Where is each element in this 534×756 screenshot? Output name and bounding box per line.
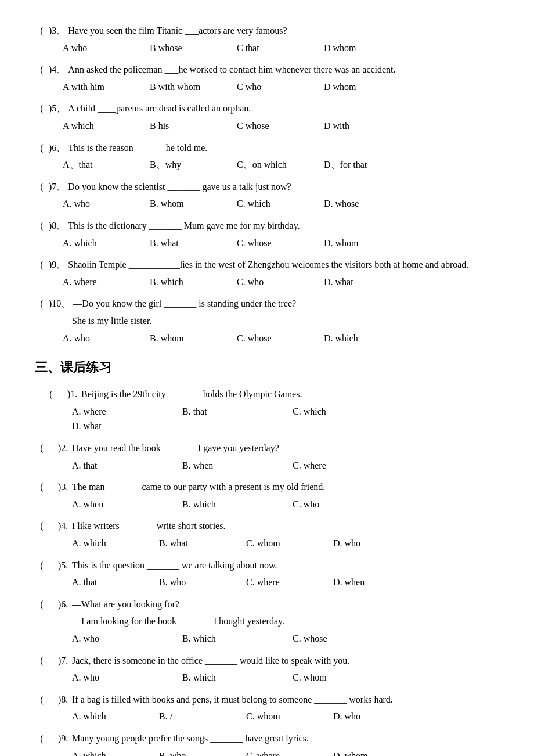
options-line: A. which B. / C. whom D. who [72, 709, 499, 724]
options-line: A. who B. which C. whose [72, 631, 499, 646]
option-c: C、on which [237, 157, 318, 172]
q-num: )8. [49, 692, 70, 707]
option-d: D. which [324, 331, 405, 346]
paren: ( [35, 179, 49, 195]
option-b: B. what [150, 236, 231, 251]
option-b: B. which [182, 670, 287, 685]
q-text: The man _______ came to our party with a… [72, 480, 499, 495]
option-d: D whom [324, 80, 405, 95]
options-line: A. who B. whom C. whose D. which [63, 331, 499, 346]
paren: ( [35, 519, 49, 534]
option-d: D. what [72, 419, 176, 434]
q-num: )5、 [49, 101, 66, 116]
option-d: D. who [333, 709, 414, 724]
question-line: ( )10、 —Do you know the girl _______ is … [35, 296, 499, 311]
question-line: ( )3、 Have you seen the film Titanic ___… [35, 23, 499, 38]
question-block: ( )3. The man _______ came to our party … [35, 480, 499, 512]
paren: ( [35, 441, 49, 456]
dialog-line: —I am looking for the book _______ I bou… [72, 614, 499, 629]
q-num: )4. [49, 519, 70, 534]
option-d: D. what [324, 275, 405, 290]
q-num: )2. [49, 441, 70, 456]
option-b: B、why [150, 157, 231, 172]
option-c: C. who [237, 275, 318, 290]
question-block: ( )10、 —Do you know the girl _______ is … [35, 296, 499, 345]
question-block: ( )8. If a bag is filled with books and … [35, 692, 499, 724]
question-block: ( )1. Beijing is the 29th city _______ h… [35, 387, 499, 434]
option-c: C. where [246, 748, 327, 756]
paren: ( [35, 218, 49, 233]
option-a: A、that [63, 157, 144, 172]
q-text: Have you seen the film Titanic ___actors… [68, 23, 499, 38]
option-c: C. whose [237, 236, 318, 251]
q-num: )7. [49, 653, 70, 668]
paren: ( [44, 387, 58, 402]
q-num: )6、 [49, 141, 66, 156]
option-c: C. whom [293, 670, 397, 685]
option-a: A. who [72, 670, 176, 685]
option-c: C. whom [246, 709, 327, 724]
q-num: )9、 [49, 257, 66, 272]
paren: ( [35, 257, 49, 272]
option-a: A who [63, 41, 144, 56]
option-b: B. / [159, 709, 240, 724]
question-line: ( )7. Jack, there is someone in the offi… [35, 653, 499, 668]
options-line: A. when B. which C. who [72, 497, 499, 512]
option-d: D whom [324, 41, 405, 56]
options-line: A、that B、why C、on which D、for that [63, 157, 499, 172]
question-block: ( )7、 Do you know the scientist _______ … [35, 179, 499, 211]
q-text: Beijing is the 29th city _______ holds t… [81, 387, 499, 402]
q-text: I like writers _______ write short stori… [72, 519, 499, 534]
q-num: )10、 [49, 296, 70, 311]
question-line: ( )4、 Ann asked the policeman ___he work… [35, 62, 499, 77]
q-num: )1. [58, 387, 79, 402]
question-block: ( )9、 Shaolin Temple ___________lies in … [35, 257, 499, 289]
question-line: ( )6. —What are you looking for? [35, 597, 499, 612]
option-d: D、for that [324, 157, 405, 172]
options-line: A. which B. what C. whose D. whom [63, 236, 499, 251]
option-b: B. when [182, 458, 287, 473]
option-a: A. that [72, 575, 153, 590]
option-d: D with [324, 118, 405, 134]
option-b: B. what [159, 536, 240, 551]
question-line: ( )1. Beijing is the 29th city _______ h… [44, 387, 499, 402]
q-text: Have you read the book _______ I gave yo… [72, 441, 499, 456]
option-a: A. who [63, 196, 144, 211]
question-line: ( )9、 Shaolin Temple ___________lies in … [35, 257, 499, 272]
question-line: ( )5. This is the question _______ we ar… [35, 558, 499, 573]
option-d: D. whom [333, 748, 414, 756]
option-d: D. whose [324, 196, 405, 211]
option-c: C. who [293, 497, 397, 512]
q-text: Do you know the scientist _______ gave u… [68, 179, 499, 195]
option-c: C. which [293, 404, 397, 419]
option-b: B. which [150, 275, 231, 290]
q-text: Ann asked the policeman ___he worked to … [68, 62, 499, 77]
option-c: C that [237, 41, 318, 56]
question-line: ( )9. Many young people prefer the songs… [35, 731, 499, 746]
option-b: B with whom [150, 80, 231, 95]
question-block: ( )8、 This is the dictionary _______ Mum… [35, 218, 499, 250]
question-block: ( )3、 Have you seen the film Titanic ___… [35, 23, 499, 55]
q-text: —Do you know the girl _______ is standin… [73, 296, 499, 311]
option-a: A. when [72, 497, 176, 512]
question-block: ( )6. —What are you looking for? —I am l… [35, 597, 499, 646]
paren: ( [35, 731, 49, 746]
option-d: D. when [333, 575, 414, 590]
question-block: ( )4. I like writers _______ write short… [35, 519, 499, 550]
option-a: A. where [72, 404, 176, 419]
options-line: A. who B. whom C. which D. whose [63, 196, 499, 211]
option-b: B. whom [150, 196, 231, 211]
option-c: C. whose [293, 631, 397, 646]
section3-header: 三、课后练习 [35, 357, 499, 377]
question-line: ( )8. If a bag is filled with books and … [35, 692, 499, 707]
option-c: C. which [237, 196, 318, 211]
option-c: C. where [293, 458, 397, 473]
question-block: ( )5、 A child ____parents are dead is ca… [35, 101, 499, 133]
question-block: ( )2. Have you read the book _______ I g… [35, 441, 499, 473]
q-text: —What are you looking for? [72, 597, 499, 612]
question-block: ( )4、 Ann asked the policeman ___he work… [35, 62, 499, 94]
question-line: ( )4. I like writers _______ write short… [35, 519, 499, 534]
option-a: A. that [72, 458, 176, 473]
option-a: A which [63, 118, 144, 134]
option-d: D. who [333, 536, 414, 551]
